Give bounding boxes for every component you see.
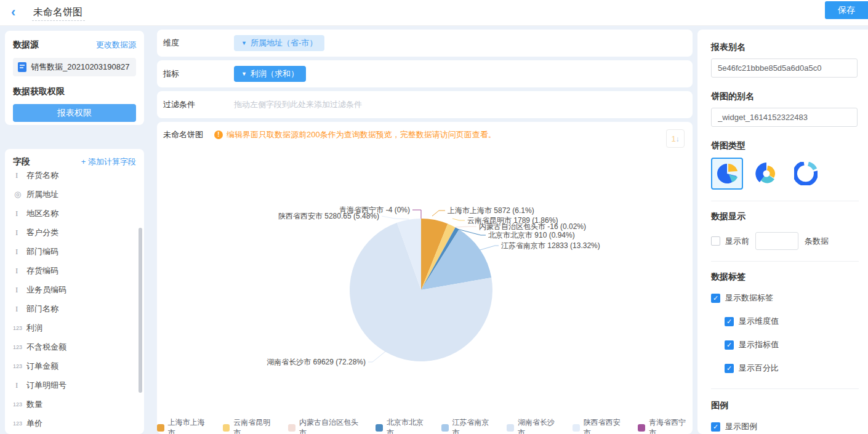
change-datasource-link[interactable]: 更改数据源 [96, 39, 136, 50]
report-alias-input[interactable] [711, 58, 858, 78]
pie-data-label: 江苏省南京市 12833 (13.32%) [501, 241, 600, 250]
field-item[interactable]: I存货名称 [13, 171, 136, 185]
title-underline [32, 20, 85, 21]
pie-type-ring[interactable] [790, 158, 822, 190]
label-leader-line [412, 210, 421, 219]
legend-text: 云南省昆明市 [233, 417, 277, 434]
divider [711, 201, 859, 201]
filter-dropzone[interactable]: 拖动左侧字段到此处来添加过滤条件 [234, 99, 362, 110]
show-measure-checkbox[interactable]: ✓ [725, 340, 734, 350]
field-list: I存货名称◎所属地址I地区名称I客户分类I部门编码I存货编码I业务员编码I部门名… [13, 171, 136, 434]
text-field-icon: I [13, 380, 26, 390]
field-item[interactable]: 123不含税金额 [13, 337, 136, 356]
data-display-label: 数据显示 [711, 211, 859, 222]
file-icon [18, 62, 26, 72]
field-label: 所属地址 [26, 189, 58, 200]
back-icon[interactable]: ‹ [11, 5, 15, 20]
field-label: 不含税金额 [26, 342, 66, 353]
text-field-icon: I [13, 171, 26, 180]
page-title[interactable]: 未命名饼图 [33, 6, 82, 19]
number-field-icon: 123 [13, 363, 26, 369]
legend-swatch-icon [223, 424, 230, 432]
field-item[interactable]: 123订单金额 [13, 356, 136, 376]
legend-item[interactable]: 陕西省西安市 [573, 417, 627, 434]
pie-type-label: 饼图类型 [711, 140, 859, 151]
measure-tag[interactable]: ▼利润（求和） [234, 66, 306, 82]
show-top-count-input[interactable] [755, 232, 798, 250]
save-button[interactable]: 保存 [825, 1, 868, 19]
legend-text: 上海市上海市 [168, 417, 212, 434]
label-leader-line [432, 211, 445, 216]
number-field-icon: 123 [13, 344, 26, 350]
dimension-label: 维度 [163, 38, 234, 49]
top-bar: ‹ 未命名饼图 保存 [0, 0, 868, 26]
chart-panel: 未命名饼图 ! 编辑界面只取数据源前200条作为查询数据预览，完整数据请访问页面… [157, 122, 693, 434]
legend-label: 图例 [711, 400, 859, 411]
legend-item[interactable]: 湖南省长沙市 [507, 417, 561, 434]
field-item[interactable]: I部门编码 [13, 242, 136, 261]
text-field-icon: I [13, 228, 26, 238]
add-calc-field-link[interactable]: + 添加计算字段 [81, 156, 136, 167]
legend-text: 青海省西宁市 [649, 417, 693, 434]
show-data-label-checkbox[interactable]: ✓ [711, 294, 720, 303]
field-item[interactable]: I客户分类 [13, 223, 136, 242]
pie-type-standard[interactable] [711, 158, 743, 190]
text-field-icon: I [13, 266, 26, 276]
legend-text: 北京市北京市 [387, 417, 430, 434]
legend-item[interactable]: 上海市上海市 [157, 417, 212, 434]
datasource-item[interactable]: 销售数据_20210203190827 [13, 58, 136, 76]
field-label: 存货名称 [26, 171, 58, 181]
pie-data-label: 青海省西宁市 -4 (0%) [339, 206, 410, 214]
field-item[interactable]: I地区名称 [13, 204, 136, 223]
pie-data-label: 上海市上海市 5872 (6.1%) [448, 206, 534, 215]
widget-alias-input[interactable] [711, 108, 858, 127]
legend-item[interactable]: 青海省西宁市 [638, 417, 693, 434]
show-legend-checkbox[interactable]: ✓ [711, 422, 720, 432]
legend-text: 江苏省南京市 [452, 417, 496, 434]
legend-text: 湖南省长沙市 [518, 417, 561, 434]
report-permission-button[interactable]: 报表权限 [13, 104, 136, 122]
legend-text: 内蒙古自治区包头市 [299, 417, 364, 434]
show-percent-checkbox[interactable]: ✓ [725, 364, 734, 373]
pie-data-label: 北京市北京市 910 (0.94%) [488, 231, 575, 239]
field-label: 订单金额 [26, 361, 58, 372]
field-item[interactable]: I存货编码 [13, 261, 136, 280]
fields-panel: 字段 + 添加计算字段 I存货名称◎所属地址I地区名称I客户分类I部门编码I存货… [5, 149, 144, 434]
datasource-panel: 数据源 更改数据源 销售数据_20210203190827 数据获取权限 报表权… [5, 31, 144, 125]
sort-icon: 1 [671, 134, 675, 143]
pie-standard-icon [716, 163, 738, 185]
field-item[interactable]: ◎所属地址 [13, 185, 136, 204]
fields-scrollbar[interactable] [139, 228, 142, 393]
legend-item[interactable]: 江苏省南京市 [441, 417, 496, 434]
field-label: 业务员编码 [26, 284, 66, 295]
show-top-checkbox[interactable] [711, 236, 720, 246]
filter-row: 过滤条件 拖动左侧字段到此处来添加过滤条件 [157, 91, 693, 118]
text-field-icon: I [13, 247, 26, 257]
field-item[interactable]: 123数量 [13, 395, 136, 414]
field-item[interactable]: I订单明细号 [13, 376, 136, 395]
pie-type-rose[interactable] [750, 158, 782, 190]
label-leader-line [368, 352, 385, 362]
dimension-tag[interactable]: ▼所属地址（省-市） [234, 35, 324, 51]
plus-icon: + [81, 157, 86, 166]
measure-label: 指标 [163, 68, 234, 79]
pie-chart[interactable]: 上海市上海市 5872 (6.1%)云南省昆明市 1789 (1.86%)内蒙古… [157, 147, 693, 417]
field-item[interactable]: 123利润 [13, 318, 136, 337]
measure-row: 指标 ▼利润（求和） [157, 60, 693, 87]
show-dimension-checkbox[interactable]: ✓ [725, 317, 734, 326]
field-item[interactable]: I部门名称 [13, 299, 136, 318]
legend-item[interactable]: 北京市北京市 [376, 417, 430, 434]
legend-swatch-icon [441, 424, 449, 432]
text-field-icon: I [13, 304, 26, 314]
legend-item[interactable]: 内蒙古自治区包头市 [288, 417, 364, 434]
field-item[interactable]: 123单价 [13, 414, 136, 433]
field-item[interactable]: I业务员编码 [13, 280, 136, 299]
label-leader-line [382, 216, 409, 219]
field-label: 地区名称 [26, 208, 58, 219]
legend-item[interactable]: 云南省昆明市 [223, 417, 278, 434]
legend-swatch-icon [157, 424, 164, 432]
pie-data-label: 湖南省长沙市 69629 (72.28%) [267, 358, 366, 366]
field-label: 利润 [26, 323, 42, 334]
permission-title: 数据获取权限 [13, 86, 136, 97]
sort-button[interactable]: 1↓ [666, 129, 685, 148]
